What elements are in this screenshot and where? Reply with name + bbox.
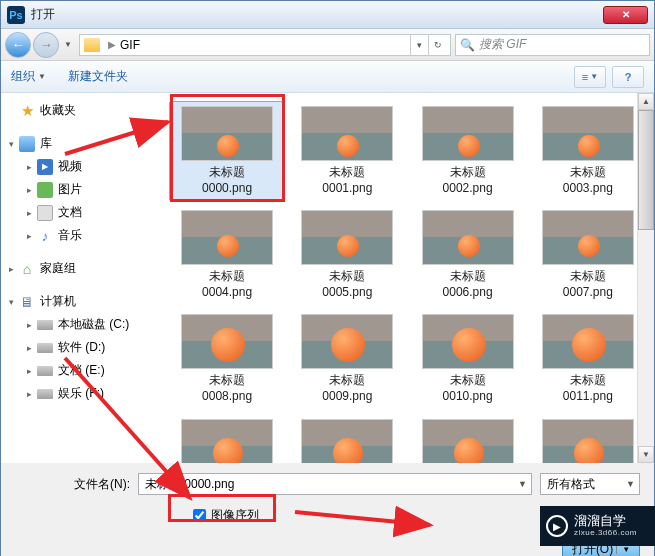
file-item[interactable]: 未标题0000.png bbox=[169, 101, 285, 201]
file-label: 未标题0003.png bbox=[563, 165, 613, 196]
thumbnail bbox=[422, 419, 514, 463]
file-label: 未标题0002.png bbox=[443, 165, 493, 196]
file-item[interactable]: 未标题0003.png bbox=[530, 101, 646, 201]
sidebar-favorites[interactable]: ★收藏夹 bbox=[3, 99, 159, 122]
organize-menu[interactable]: 组织▼ bbox=[11, 68, 46, 85]
file-label: 未标题0001.png bbox=[322, 165, 372, 196]
drive-icon bbox=[37, 343, 53, 353]
thumbnail bbox=[181, 106, 273, 161]
file-item[interactable]: 未标题0002.png bbox=[410, 101, 526, 201]
nav-bar: ← → ▼ ▶ GIF ▾ ↻ 🔍 搜索 GIF bbox=[1, 29, 654, 61]
thumbnail bbox=[181, 210, 273, 265]
drive-icon bbox=[37, 389, 53, 399]
body: ★收藏夹 ▾库 ▸▶视频 ▸图片 ▸文档 ▸♪音乐 ▸⌂家庭组 ▾🖥计算机 ▸本… bbox=[1, 93, 654, 463]
thumbnail bbox=[301, 314, 393, 369]
file-label: 未标题0000.png bbox=[202, 165, 252, 196]
sidebar-drive-e[interactable]: ▸文档 (E:) bbox=[3, 359, 159, 382]
sidebar-item-pictures[interactable]: ▸图片 bbox=[3, 178, 159, 201]
pictures-icon bbox=[37, 182, 53, 198]
sidebar: ★收藏夹 ▾库 ▸▶视频 ▸图片 ▸文档 ▸♪音乐 ▸⌂家庭组 ▾🖥计算机 ▸本… bbox=[1, 93, 161, 463]
view-mode-button[interactable]: ≡ ▼ bbox=[574, 66, 606, 88]
scroll-thumb[interactable] bbox=[638, 110, 654, 230]
folder-icon bbox=[84, 38, 100, 52]
thumbnail bbox=[181, 419, 273, 463]
new-folder-button[interactable]: 新建文件夹 bbox=[68, 68, 128, 85]
titlebar: Ps 打开 ✕ bbox=[1, 1, 654, 29]
library-icon bbox=[19, 136, 35, 152]
sidebar-homegroup[interactable]: ▸⌂家庭组 bbox=[3, 257, 159, 280]
filetype-drop[interactable]: ▼ bbox=[626, 479, 635, 489]
thumbnail bbox=[301, 210, 393, 265]
file-item[interactable]: 未标题0006.png bbox=[410, 205, 526, 305]
file-item[interactable]: 未标题 0013 png bbox=[289, 414, 405, 463]
thumbnail bbox=[422, 314, 514, 369]
music-icon: ♪ bbox=[37, 228, 53, 244]
filename-input[interactable]: 未标题 0000.png ▼ bbox=[138, 473, 532, 495]
filename-drop[interactable]: ▼ bbox=[518, 479, 527, 489]
image-sequence-label: 图像序列 bbox=[211, 507, 259, 524]
sidebar-item-video[interactable]: ▸▶视频 bbox=[3, 155, 159, 178]
sidebar-item-music[interactable]: ▸♪音乐 bbox=[3, 224, 159, 247]
forward-button[interactable]: → bbox=[33, 32, 59, 58]
chevron-down-icon: ▼ bbox=[38, 72, 46, 81]
back-button[interactable]: ← bbox=[5, 32, 31, 58]
thumbnail bbox=[422, 106, 514, 161]
file-label: 未标题0005.png bbox=[322, 269, 372, 300]
file-item[interactable]: 未标题0005.png bbox=[289, 205, 405, 305]
watermark: ▶ 溜溜自学 zixue.3d66.com bbox=[540, 506, 655, 546]
file-item[interactable]: 未标题0008.png bbox=[169, 309, 285, 409]
scroll-down-button[interactable]: ▼ bbox=[638, 446, 654, 463]
thumbnail bbox=[542, 419, 634, 463]
thumbnail bbox=[422, 210, 514, 265]
star-icon: ★ bbox=[19, 103, 35, 119]
file-label: 未标题0010.png bbox=[443, 373, 493, 404]
breadcrumb[interactable]: ▶ GIF ▾ ↻ bbox=[79, 34, 451, 56]
file-item[interactable]: 未标题0011.png bbox=[530, 309, 646, 409]
scroll-up-button[interactable]: ▲ bbox=[638, 93, 654, 110]
refresh-button[interactable]: ↻ bbox=[428, 34, 446, 56]
file-item[interactable]: 未标题0009.png bbox=[289, 309, 405, 409]
video-icon: ▶ bbox=[37, 159, 53, 175]
image-sequence-checkbox[interactable] bbox=[193, 509, 206, 522]
file-item[interactable]: 未标题0010.png bbox=[410, 309, 526, 409]
photoshop-icon: Ps bbox=[7, 6, 25, 24]
file-item[interactable]: 未标题 0012 png bbox=[169, 414, 285, 463]
computer-icon: 🖥 bbox=[19, 294, 35, 310]
filename-label: 文件名(N): bbox=[15, 476, 130, 493]
thumbnail bbox=[181, 314, 273, 369]
sidebar-library[interactable]: ▾库 bbox=[3, 132, 159, 155]
search-placeholder: 搜索 GIF bbox=[479, 36, 526, 53]
sidebar-drive-d[interactable]: ▸软件 (D:) bbox=[3, 336, 159, 359]
thumbnail bbox=[301, 106, 393, 161]
file-item[interactable]: 未标题0004.png bbox=[169, 205, 285, 305]
sidebar-item-documents[interactable]: ▸文档 bbox=[3, 201, 159, 224]
file-item[interactable]: 未标题0007.png bbox=[530, 205, 646, 305]
file-label: 未标题0006.png bbox=[443, 269, 493, 300]
homegroup-icon: ⌂ bbox=[19, 261, 35, 277]
window-title: 打开 bbox=[31, 6, 603, 23]
file-area[interactable]: 未标题0000.png未标题0001.png未标题0002.png未标题0003… bbox=[161, 93, 654, 463]
breadcrumb-drop[interactable]: ▾ bbox=[410, 34, 428, 56]
file-item[interactable]: 未标题 0015 png bbox=[530, 414, 646, 463]
thumbnail bbox=[542, 210, 634, 265]
drive-icon bbox=[37, 320, 53, 330]
help-button[interactable]: ? bbox=[612, 66, 644, 88]
filetype-select[interactable]: 所有格式 ▼ bbox=[540, 473, 640, 495]
scrollbar[interactable]: ▲ ▼ bbox=[637, 93, 654, 463]
open-split-drop[interactable]: ▼ bbox=[616, 545, 630, 554]
breadcrumb-folder[interactable]: GIF bbox=[120, 38, 140, 52]
file-label: 未标题0009.png bbox=[322, 373, 372, 404]
file-item[interactable]: 未标题 0014 png bbox=[410, 414, 526, 463]
file-label: 未标题0004.png bbox=[202, 269, 252, 300]
thumbnail bbox=[542, 106, 634, 161]
nav-history-drop[interactable]: ▼ bbox=[61, 32, 75, 58]
sidebar-drive-f[interactable]: ▸娱乐 (F:) bbox=[3, 382, 159, 405]
sidebar-drive-c[interactable]: ▸本地磁盘 (C:) bbox=[3, 313, 159, 336]
file-item[interactable]: 未标题0001.png bbox=[289, 101, 405, 201]
thumbnail bbox=[301, 419, 393, 463]
play-icon: ▶ bbox=[546, 515, 568, 537]
toolbar: 组织▼ 新建文件夹 ≡ ▼ ? bbox=[1, 61, 654, 93]
sidebar-computer[interactable]: ▾🖥计算机 bbox=[3, 290, 159, 313]
close-button[interactable]: ✕ bbox=[603, 6, 648, 24]
search-input[interactable]: 🔍 搜索 GIF bbox=[455, 34, 650, 56]
